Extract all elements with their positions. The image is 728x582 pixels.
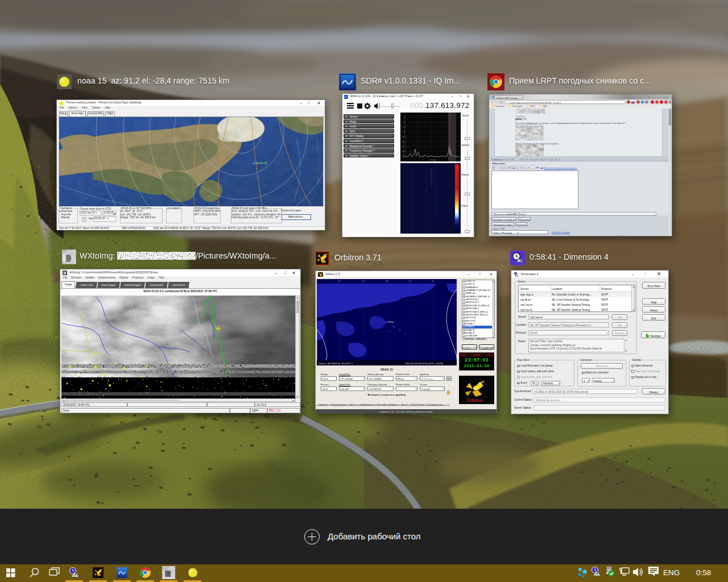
svg-text:ENG: ENG — [663, 568, 680, 577]
svg-text:180: 180 — [385, 280, 388, 282]
svg-text:Ольха: 142.9429' В 53.5072' С: Ольха: 142.9429' В 53.5072' С — [318, 362, 353, 365]
svg-text:-20: -20 — [402, 141, 404, 143]
svg-text:U: U — [500, 167, 502, 169]
svg-text:-4: -4 — [403, 121, 404, 123]
svg-text:-12: -12 — [402, 131, 404, 133]
svg-text:120: 120 — [408, 280, 412, 282]
svg-text:120: 120 — [362, 280, 365, 282]
svg-text:Orbitron: Orbitron — [467, 398, 483, 403]
svg-text:0:58: 0:58 — [696, 568, 711, 577]
svg-text:⚑: ⚑ — [536, 167, 538, 169]
svg-text:-32: -32 — [402, 155, 404, 157]
svg-text:☺: ☺ — [532, 167, 535, 169]
svg-text:S: S — [504, 167, 506, 169]
svg-text:60: 60 — [432, 280, 434, 282]
svg-text:B: B — [492, 167, 494, 169]
svg-text:2015-01-30 23:57:01 (UTC +10:0: 2015-01-30 23:57:01 (UTC +10:00) — [405, 362, 444, 365]
svg-text:M: M — [508, 167, 510, 169]
svg-text:-8: -8 — [403, 126, 404, 128]
svg-text:NOAA 15: NOAA 15 — [255, 162, 267, 165]
svg-text:≡: ≡ — [528, 167, 530, 169]
svg-text:60: 60 — [338, 280, 341, 282]
svg-text:-24: -24 — [402, 146, 404, 148]
svg-text:A: A — [516, 167, 518, 169]
svg-text:+ CP-hu: + CP-hu — [385, 321, 394, 323]
svg-text:A: A — [520, 167, 522, 169]
svg-text:I: I — [496, 167, 497, 169]
svg-text:-28: -28 — [402, 151, 404, 153]
svg-text:0: 0 — [403, 117, 404, 119]
svg-text:≡: ≡ — [524, 167, 526, 169]
svg-text:-16: -16 — [402, 136, 404, 138]
svg-text:137.6M: 137.6M — [429, 159, 436, 161]
